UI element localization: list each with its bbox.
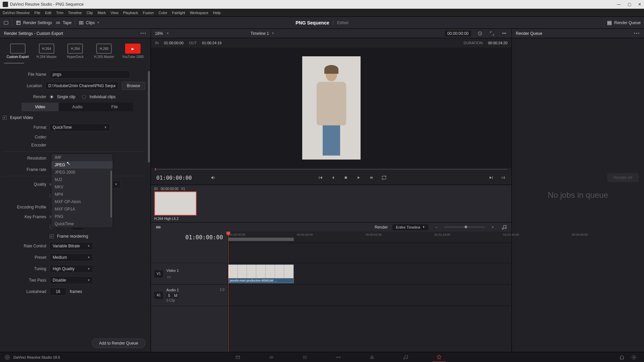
dropdown-item-imf[interactable]: IMF [51, 154, 113, 161]
menu-edit[interactable]: Edit [45, 11, 51, 15]
timeline-ruler[interactable]: 01:00:00:00 00:00:26:00 00:00:52:00 01:0… [228, 232, 512, 243]
render-settings-button[interactable]: Render Settings [16, 20, 52, 25]
menu-davinci[interactable]: DaVinci Resolve [3, 11, 30, 15]
menu-clip[interactable]: Clip [87, 11, 93, 15]
settings-icon[interactable] [631, 354, 637, 361]
clip-thumbnail[interactable]: 01 00:00:00:00 V1 H.264 High L5.2 [154, 187, 197, 220]
tuning-select[interactable]: High Quality▼ [50, 265, 93, 273]
video-clip[interactable]: pexels-mart-production-9558198 ... [228, 264, 294, 283]
audio-waveform-icon[interactable] [501, 224, 507, 231]
add-to-queue-button[interactable]: Add to Render Queue [92, 339, 145, 348]
location-input[interactable] [45, 82, 118, 90]
home-icon[interactable] [619, 354, 625, 361]
track-header-a1[interactable]: A1 Audio 1 2.0 S M 0 Clip [151, 285, 228, 306]
track-lane-a1[interactable] [228, 285, 512, 306]
play-button[interactable] [355, 174, 362, 181]
color-page-tab[interactable] [365, 352, 379, 362]
menu-view[interactable]: View [110, 11, 118, 15]
menu-trim[interactable]: Trim [56, 11, 63, 15]
prev-frame-button[interactable] [330, 174, 336, 181]
dropdown-item-jpeg[interactable]: JPEG [51, 161, 113, 169]
timeline-dropdown-icon[interactable]: ▼ [272, 32, 274, 35]
dropdown-item-quicktime[interactable]: QuickTime [51, 220, 113, 228]
rate-control-select[interactable]: Variable Bitrate▼ [50, 242, 93, 250]
preset-custom[interactable]: Custom Export [3, 42, 32, 61]
render-range-select[interactable]: Entire Timeline ▼ [392, 224, 428, 230]
render-range-bar[interactable] [228, 238, 294, 241]
deliver-page-icon[interactable] [3, 20, 9, 25]
clips-button[interactable]: Clips ▼ [78, 20, 100, 25]
menu-fusion[interactable]: Fusion [143, 11, 154, 15]
mute-button[interactable]: M [173, 293, 178, 298]
viewer-canvas[interactable] [151, 48, 512, 168]
track-lock-icon[interactable]: ▭ [166, 275, 171, 279]
dropdown-item-png[interactable]: PNG [51, 213, 113, 220]
zoom-level[interactable]: 16% [155, 31, 163, 36]
expand-icon[interactable] [489, 30, 495, 37]
track-header-v1[interactable]: V1 Video 1 ▭ [151, 263, 228, 285]
next-frame-button[interactable] [368, 174, 375, 181]
fusion-page-tab[interactable] [332, 352, 345, 362]
stop-button[interactable] [342, 174, 349, 181]
render-range-icon[interactable] [477, 30, 483, 37]
export-video-checkbox[interactable] [3, 116, 7, 120]
file-name-input[interactable] [50, 70, 130, 78]
preset-h265-master[interactable]: H.265 H.265 Master [90, 42, 118, 61]
last-frame-button[interactable] [488, 174, 495, 181]
browse-button[interactable]: Browse [122, 82, 145, 90]
viewer-menu-icon[interactable]: ••• [501, 30, 507, 37]
panel-menu-icon[interactable]: ••• [140, 31, 147, 36]
frame-reorder-checkbox[interactable] [50, 234, 54, 238]
volume-icon[interactable] [210, 174, 217, 181]
menu-playback[interactable]: Playback [123, 11, 138, 15]
tab-file[interactable]: File [96, 103, 133, 111]
first-frame-button[interactable] [317, 174, 324, 181]
track-lane-v1[interactable]: pexels-mart-production-9558198 ... [228, 263, 512, 285]
single-clip-radio[interactable] [50, 95, 54, 99]
individual-clips-radio[interactable] [82, 95, 86, 99]
menu-mark[interactable]: Mark [98, 11, 106, 15]
zoom-in-button[interactable]: + [489, 224, 496, 231]
menu-color[interactable]: Color [159, 11, 167, 15]
format-select[interactable]: QuickTime▼ [50, 123, 110, 131]
tab-audio[interactable]: Audio [59, 103, 96, 111]
solo-button[interactable]: S [166, 293, 172, 298]
menu-help[interactable]: Help [213, 11, 221, 15]
close-button[interactable]: ✕ [638, 2, 641, 7]
dropdown-item-jpeg2000[interactable]: JPEG 2000 [51, 169, 113, 176]
preset-scrollbar[interactable] [4, 63, 24, 64]
scrub-playhead[interactable] [155, 168, 156, 171]
media-page-tab[interactable] [231, 352, 245, 362]
maximize-button[interactable]: ▢ [628, 2, 631, 7]
lookahead-input[interactable] [50, 288, 66, 296]
cut-page-tab[interactable] [265, 352, 278, 362]
queue-menu-icon[interactable]: ••• [634, 31, 640, 36]
preset-hyperdeck[interactable]: H.264 HyperDeck [61, 42, 90, 61]
dropdown-scrollbar[interactable] [110, 171, 112, 218]
timeline-playhead[interactable] [228, 232, 228, 352]
zoom-slider[interactable] [444, 227, 485, 228]
timecode-display[interactable]: 00:00:00:00 [445, 31, 471, 37]
preset-youtube[interactable]: ▶ YouTube 1080 [118, 42, 147, 61]
menu-workspace[interactable]: Workspace [190, 11, 208, 15]
dropdown-item-mxf-op1a[interactable]: MXF OP1A [51, 205, 113, 213]
menu-timeline[interactable]: Timeline [68, 11, 82, 15]
zoom-dropdown-icon[interactable]: ▼ [166, 32, 169, 35]
form-scrollbar[interactable] [148, 71, 150, 333]
goto-end-button[interactable] [499, 174, 506, 181]
preset-h264-master[interactable]: H.264 H.264 Master [32, 42, 61, 61]
fairlight-page-tab[interactable] [399, 352, 412, 362]
dropdown-item-mkv[interactable]: MKV [51, 183, 113, 191]
dropdown-item-mj2[interactable]: MJ2 [51, 176, 113, 183]
viewer-scrubber[interactable] [151, 168, 512, 171]
render-queue-button[interactable]: Render Queue [607, 20, 641, 25]
zoom-out-button[interactable]: − [433, 224, 440, 231]
minimize-button[interactable]: — [617, 2, 621, 7]
timeline-view-icon[interactable] [155, 224, 162, 231]
menu-fairlight[interactable]: Fairlight [172, 11, 185, 15]
dropdown-item-mxf-opatom[interactable]: MXF OP-Atom [51, 198, 113, 205]
loop-button[interactable] [381, 174, 387, 181]
edit-page-tab[interactable] [298, 352, 312, 362]
tape-button[interactable]: Tape [55, 20, 71, 25]
dropdown-item-mp4[interactable]: MP4 [51, 191, 113, 198]
